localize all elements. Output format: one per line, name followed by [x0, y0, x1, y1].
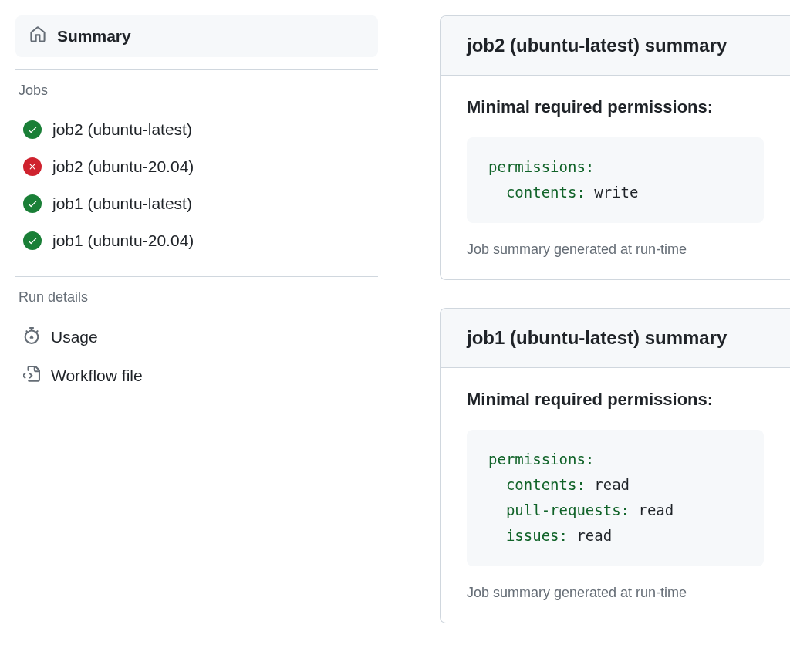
check-circle-icon: [23, 231, 42, 250]
card-title: job2 (ubuntu-latest) summary: [467, 35, 764, 56]
jobs-heading: Jobs: [15, 83, 378, 99]
permissions-heading: Minimal required permissions:: [467, 390, 764, 410]
job-summary-card: job2 (ubuntu-latest) summary Minimal req…: [440, 15, 790, 280]
summary-panel: job2 (ubuntu-latest) summary Minimal req…: [378, 15, 790, 672]
card-title: job1 (ubuntu-latest) summary: [467, 327, 764, 349]
job-label: job1 (ubuntu-latest): [52, 194, 192, 213]
job-item[interactable]: job1 (ubuntu-latest): [15, 185, 378, 222]
summary-label: Summary: [57, 27, 131, 46]
x-circle-icon: [23, 157, 42, 176]
workflow-file-label: Workflow file: [51, 366, 143, 385]
permissions-code: permissions: contents: read pull-request…: [467, 430, 764, 566]
usage-nav-item[interactable]: Usage: [15, 318, 378, 356]
stopwatch-icon: [23, 327, 40, 347]
job-label: job2 (ubuntu-latest): [52, 120, 192, 139]
job-item[interactable]: job1 (ubuntu-20.04): [15, 222, 378, 259]
card-footer: Job summary generated at run-time: [441, 566, 790, 623]
job-list: job2 (ubuntu-latest) job2 (ubuntu-20.04)…: [15, 111, 378, 259]
card-footer: Job summary generated at run-time: [441, 223, 790, 279]
sidebar: Summary Jobs job2 (ubuntu-latest) job2 (…: [15, 15, 378, 672]
summary-nav-item[interactable]: Summary: [15, 15, 378, 57]
file-code-icon: [23, 366, 40, 386]
job-item[interactable]: job2 (ubuntu-20.04): [15, 148, 378, 185]
run-details-heading: Run details: [15, 289, 378, 306]
job-summary-card: job1 (ubuntu-latest) summary Minimal req…: [440, 308, 790, 623]
permissions-heading: Minimal required permissions:: [467, 97, 764, 117]
job-item[interactable]: job2 (ubuntu-latest): [15, 111, 378, 148]
job-label: job2 (ubuntu-20.04): [52, 157, 194, 176]
permissions-code: permissions: contents: write: [467, 137, 764, 223]
card-header: job2 (ubuntu-latest) summary: [441, 16, 790, 76]
home-icon: [29, 26, 46, 46]
check-circle-icon: [23, 120, 42, 139]
check-circle-icon: [23, 194, 42, 213]
run-details-list: Usage Workflow file: [15, 318, 378, 395]
workflow-file-nav-item[interactable]: Workflow file: [15, 356, 378, 395]
divider: [15, 69, 378, 70]
job-label: job1 (ubuntu-20.04): [52, 231, 194, 250]
card-header: job1 (ubuntu-latest) summary: [441, 309, 790, 368]
divider: [15, 276, 378, 277]
usage-label: Usage: [51, 328, 98, 346]
